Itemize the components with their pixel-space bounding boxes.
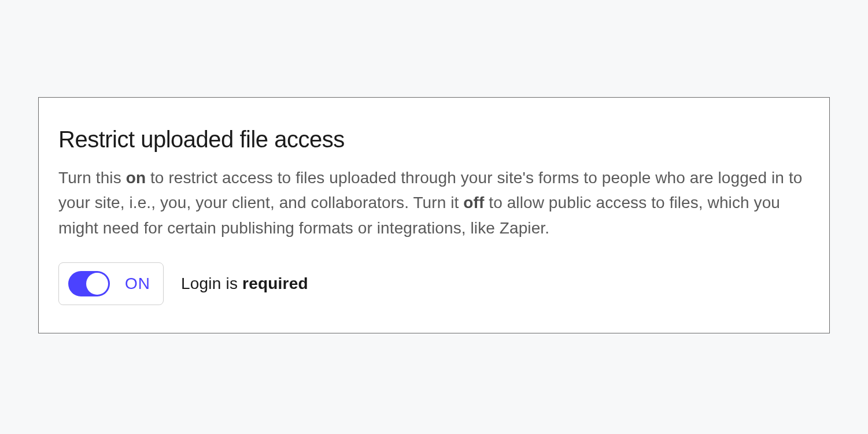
restrict-file-access-panel: Restrict uploaded file access Turn this … bbox=[38, 97, 830, 333]
status-value: required bbox=[242, 275, 308, 292]
panel-description: Turn this on to restrict access to files… bbox=[58, 165, 810, 240]
toggle-state-label: ON bbox=[125, 275, 150, 293]
status-prefix: Login is bbox=[181, 275, 242, 292]
toggle-switch-icon bbox=[68, 271, 110, 296]
restrict-access-toggle[interactable]: ON bbox=[58, 262, 164, 305]
panel-title: Restrict uploaded file access bbox=[58, 127, 810, 153]
toggle-row: ON Login is required bbox=[58, 262, 810, 305]
description-text-1: Turn this bbox=[58, 169, 126, 187]
description-bold-off: off bbox=[463, 194, 484, 212]
login-status-text: Login is required bbox=[181, 275, 308, 293]
description-bold-on: on bbox=[126, 169, 146, 187]
toggle-knob bbox=[86, 273, 108, 295]
